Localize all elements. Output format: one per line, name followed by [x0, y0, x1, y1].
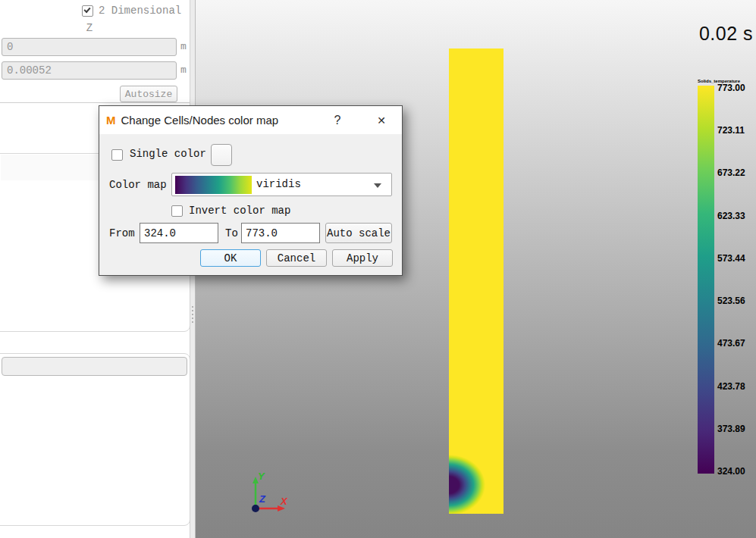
auto-scale-button[interactable]: Auto scale [325, 223, 392, 243]
colorbar-tick: 473.67 [717, 339, 745, 349]
z-min-input[interactable] [2, 38, 177, 56]
colorbar-tick: 723.11 [717, 126, 745, 136]
panel-text-field[interactable] [2, 357, 187, 376]
colorbar-tick: 324.00 [717, 467, 745, 477]
colorbar-tick-labels: 773.00 723.11 673.22 623.33 573.44 523.5… [717, 83, 745, 477]
simulation-time-label: 0.02 s [699, 23, 753, 45]
colorbar-gradient [698, 86, 714, 474]
colormap-dropdown[interactable]: viridis [171, 173, 392, 196]
single-color-label: Single color [130, 148, 206, 160]
panel-groupbox-bottom [0, 353, 190, 526]
single-color-swatch-button[interactable] [211, 144, 232, 166]
panel-separator [0, 102, 190, 103]
z-max-input[interactable] [2, 61, 177, 80]
colorbar-tick: 623.33 [717, 211, 745, 221]
invert-colormap-label: Invert color map [189, 205, 290, 217]
to-input[interactable] [241, 223, 320, 243]
colorbar-tick: 373.89 [717, 424, 745, 434]
colorbar-tick: 573.44 [717, 254, 745, 264]
checkmark-icon [83, 6, 90, 13]
simulation-result-bar [449, 48, 503, 514]
two-dimensional-checkbox[interactable] [82, 5, 93, 17]
axis-y-label: Y [258, 471, 265, 482]
dialog-help-button[interactable]: ? [325, 106, 350, 134]
colorbar-tick: 673.22 [717, 168, 745, 178]
axis-triad-icon: Y X Z [226, 462, 325, 530]
dialog-titlebar[interactable]: M Change Cells/Nodes color map ? ✕ [99, 106, 402, 134]
splitter-grip-icon [192, 306, 193, 323]
to-label: To [225, 227, 238, 239]
ok-button[interactable]: OK [200, 249, 261, 267]
cancel-button[interactable]: Cancel [266, 249, 327, 267]
invert-colormap-checkbox[interactable] [171, 205, 183, 217]
app-logo-icon: M [106, 114, 116, 127]
colorbar-tick: 773.00 [717, 83, 745, 93]
dialog-title: Change Cells/Nodes color map [121, 114, 279, 127]
apply-button[interactable]: Apply [332, 249, 393, 267]
from-input[interactable] [140, 223, 218, 243]
dialog-close-button[interactable]: ✕ [366, 106, 397, 134]
autosize-button[interactable]: Autosize [120, 86, 177, 102]
axis-x-label: X [280, 496, 288, 507]
axis-z-label: Z [259, 493, 266, 505]
chevron-down-icon [374, 183, 381, 188]
colormap-dialog: M Change Cells/Nodes color map ? ✕ Singl… [99, 105, 403, 276]
color-map-label: Color map [109, 179, 167, 191]
single-color-checkbox[interactable] [111, 149, 123, 161]
viridis-gradient-preview [175, 176, 252, 194]
from-label: From [109, 227, 135, 239]
colormap-selected-value: viridis [256, 178, 301, 190]
colorbar-tick: 523.56 [717, 296, 745, 306]
unit-label-top: m [180, 41, 187, 52]
z-axis-label: Z [0, 22, 179, 34]
two-dimensional-label: 2 Dimensional [99, 5, 181, 17]
colorbar-tick: 423.78 [717, 382, 745, 392]
unit-label-bottom: m [180, 64, 187, 76]
